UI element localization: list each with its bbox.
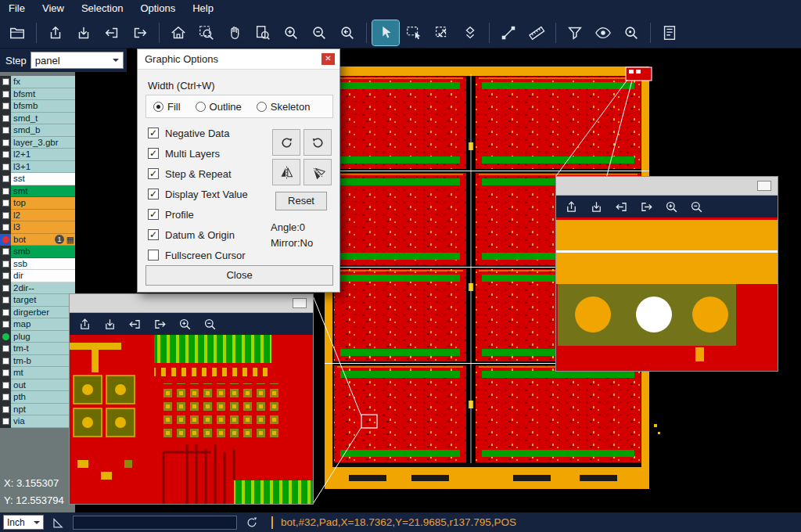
layer-row-fx[interactable]: fx <box>0 76 75 88</box>
magnifier-titlebar[interactable] <box>556 177 778 196</box>
magnifier-titlebar[interactable] <box>70 294 313 313</box>
layer-row-smd_t[interactable]: smd_t <box>0 113 75 125</box>
layer-row-smt[interactable]: smt <box>0 185 75 198</box>
import-right-icon[interactable] <box>127 20 153 45</box>
layer-row-l2+1[interactable]: l2+1 <box>0 149 75 161</box>
layer-row-tm-b[interactable]: tm-b <box>0 355 75 368</box>
highlight-view-icon[interactable] <box>590 20 616 45</box>
layer-visibility-checkbox[interactable] <box>0 415 11 428</box>
unit-select[interactable]: Inch <box>3 515 44 530</box>
layer-visibility-checkbox[interactable] <box>0 246 11 258</box>
step-select[interactable]: panel <box>31 52 124 69</box>
import-up-icon[interactable] <box>42 20 69 45</box>
layer-row-ssb[interactable]: ssb <box>0 258 75 271</box>
detach-icon[interactable] <box>293 298 307 308</box>
mirror-diagonal-button[interactable] <box>304 159 332 185</box>
checkbox[interactable] <box>148 250 159 261</box>
checkbox[interactable]: ✓ <box>148 128 159 138</box>
import-left-icon[interactable] <box>609 197 633 216</box>
layer-row-2dir--[interactable]: 2dir-- <box>0 282 75 295</box>
layer-row-out[interactable]: out <box>0 379 75 392</box>
layer-visibility-checkbox[interactable] <box>0 343 11 355</box>
import-up-icon[interactable] <box>559 197 583 216</box>
dialog-option-fullscreen-cursor[interactable]: Fullscreen Cursor <box>148 245 265 265</box>
detach-icon[interactable] <box>757 181 771 191</box>
zoom-out-icon[interactable] <box>306 20 332 45</box>
import-up-icon[interactable] <box>73 315 96 333</box>
dialog-option-step-repeat[interactable]: ✓Step & Repeat <box>148 164 265 184</box>
corner-triangle-icon[interactable] <box>51 515 66 530</box>
layer-visibility-checkbox[interactable] <box>0 391 11 404</box>
radio-outline[interactable]: Outline <box>196 101 242 113</box>
import-down-icon[interactable] <box>584 197 608 216</box>
radio-fill[interactable]: Fill <box>153 101 181 113</box>
layer-row-mt[interactable]: mt <box>0 367 75 379</box>
import-left-icon[interactable] <box>99 20 125 45</box>
command-input[interactable] <box>73 516 237 530</box>
layer-visibility-checkbox[interactable] <box>0 318 11 331</box>
layer-visibility-checkbox[interactable] <box>0 331 11 343</box>
layer-visibility-checkbox[interactable] <box>0 149 11 161</box>
layer-row-smb[interactable]: smb <box>0 246 75 258</box>
import-left-icon[interactable] <box>123 315 146 333</box>
import-down-icon[interactable] <box>98 315 121 333</box>
layer-visibility-checkbox[interactable] <box>0 294 11 307</box>
layer-row-dir[interactable]: dir <box>0 270 75 282</box>
rotate-cw-button[interactable] <box>272 129 300 156</box>
layer-visibility-checkbox[interactable] <box>0 379 11 392</box>
zoom-previous-icon[interactable] <box>334 20 361 45</box>
checkbox[interactable]: ✓ <box>148 168 159 179</box>
search-icon[interactable] <box>618 20 645 45</box>
layer-visibility-checkbox[interactable] <box>0 173 11 185</box>
layer-visibility-checkbox[interactable] <box>0 161 11 174</box>
layer-row-pth[interactable]: pth <box>0 391 75 404</box>
magnifier-canvas[interactable] <box>70 335 313 504</box>
home-view-icon[interactable] <box>165 20 192 45</box>
layer-visibility-checkbox[interactable] <box>0 404 11 416</box>
layer-visibility-checkbox[interactable] <box>0 137 11 149</box>
close-icon[interactable]: ✕ <box>321 53 335 65</box>
radio-dot[interactable] <box>153 102 163 112</box>
layer-row-l3+1[interactable]: l3+1 <box>0 161 75 174</box>
layer-row-plug[interactable]: plug <box>0 331 75 343</box>
layer-row-sst[interactable]: sst <box>0 173 75 185</box>
layer-visibility-checkbox[interactable] <box>0 355 11 368</box>
layer-row-target[interactable]: target <box>0 294 75 307</box>
mirror-layers-icon[interactable] <box>457 20 483 45</box>
radio-dot[interactable] <box>196 102 206 112</box>
checkbox[interactable]: ✓ <box>148 209 159 220</box>
select-transform-icon[interactable] <box>429 20 455 45</box>
checkbox[interactable]: ✓ <box>148 148 159 159</box>
dialog-titlebar[interactable]: Graphic Options ✕ <box>138 49 339 70</box>
checkbox[interactable]: ✓ <box>148 189 159 200</box>
pan-icon[interactable] <box>221 20 248 45</box>
layer-row-map[interactable]: map <box>0 318 75 331</box>
layer-row-bfsmb[interactable]: bfsmb <box>0 100 75 113</box>
layer-visibility-checkbox[interactable] <box>0 76 11 88</box>
zoom-in-icon[interactable] <box>173 315 196 333</box>
close-button[interactable]: Close <box>145 265 333 286</box>
magnifier-canvas[interactable] <box>556 217 778 371</box>
zoom-in-icon[interactable] <box>659 197 683 216</box>
refresh-icon[interactable] <box>245 516 259 530</box>
menu-selection[interactable]: Selection <box>73 0 131 17</box>
import-down-icon[interactable] <box>70 20 97 45</box>
radio-skeleton[interactable]: Skeleton <box>257 101 311 113</box>
layer-row-smd_b[interactable]: smd_b <box>0 124 75 137</box>
measure-line-icon[interactable] <box>495 20 522 45</box>
open-file-icon[interactable] <box>4 20 31 45</box>
rotate-ccw-button[interactable] <box>304 129 332 156</box>
layer-row-bot[interactable]: bot1▦ <box>0 234 75 246</box>
dialog-option-display-text-value[interactable]: ✓Display Text Value <box>148 184 265 204</box>
layer-row-l3[interactable]: l3 <box>0 221 75 234</box>
ruler-icon[interactable] <box>523 20 550 45</box>
layer-visibility-checkbox[interactable] <box>0 234 11 246</box>
import-right-icon[interactable] <box>634 197 658 216</box>
select-icon[interactable] <box>372 20 399 45</box>
layer-visibility-checkbox[interactable] <box>0 210 11 222</box>
layer-row-npt[interactable]: npt <box>0 404 75 416</box>
layer-visibility-checkbox[interactable] <box>0 113 11 125</box>
menu-view[interactable]: View <box>34 0 73 17</box>
layer-visibility-checkbox[interactable] <box>0 124 11 137</box>
layer-visibility-checkbox[interactable] <box>0 221 11 234</box>
